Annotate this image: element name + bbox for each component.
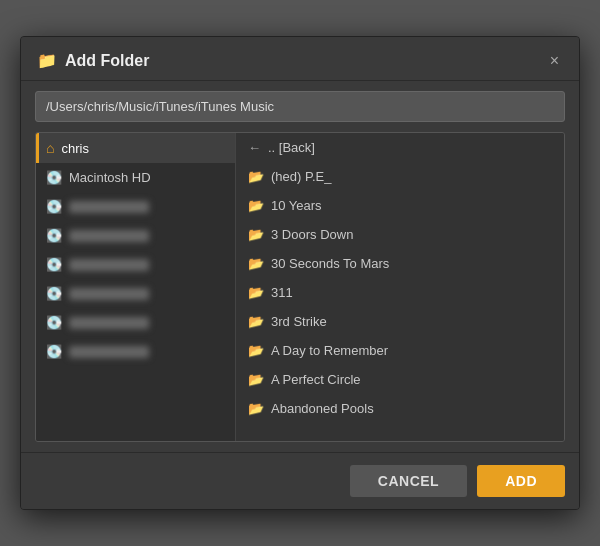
right-item-label-10-years: 10 Years	[271, 198, 322, 213]
folder-icon: 📂	[248, 314, 264, 329]
add-button[interactable]: ADD	[477, 465, 565, 497]
folder-icon: 📂	[248, 401, 264, 416]
left-item-drive2[interactable]: 💽	[36, 192, 235, 221]
right-item-311[interactable]: 📂311	[236, 278, 564, 307]
drive-icon: 💽	[46, 170, 62, 185]
dialog-footer: CANCEL ADD	[21, 452, 579, 509]
folder-icon: 📂	[248, 343, 264, 358]
left-item-drive6[interactable]: 💽	[36, 308, 235, 337]
drive-icon: 💽	[46, 315, 62, 330]
right-item-label-311: 311	[271, 285, 293, 300]
left-item-chris[interactable]: ⌂chris	[36, 133, 235, 163]
left-item-label-macintosh-hd: Macintosh HD	[69, 170, 151, 185]
blurred-label	[69, 259, 149, 271]
left-item-drive7[interactable]: 💽	[36, 337, 235, 366]
drive-icon: 💽	[46, 257, 62, 272]
left-item-drive5[interactable]: 💽	[36, 279, 235, 308]
right-item-3rd-strike[interactable]: 📂3rd Strike	[236, 307, 564, 336]
folder-icon: 📂	[248, 169, 264, 184]
right-item-label-30-seconds-to-mars: 30 Seconds To Mars	[271, 256, 389, 271]
left-item-label-chris: chris	[61, 141, 88, 156]
home-icon: ⌂	[46, 140, 54, 156]
right-item-label-a-day-to-remember: A Day to Remember	[271, 343, 388, 358]
folder-icon: 📂	[248, 198, 264, 213]
right-item-10-years[interactable]: 📂10 Years	[236, 191, 564, 220]
blurred-label	[69, 317, 149, 329]
right-item-back[interactable]: ←.. [Back]	[236, 133, 564, 162]
folder-icon: 📂	[248, 256, 264, 271]
right-item-hed-pe[interactable]: 📂(hed) P.E_	[236, 162, 564, 191]
right-item-label-abandoned-pools: Abandoned Pools	[271, 401, 374, 416]
drive-icon: 💽	[46, 199, 62, 214]
right-item-3-doors-down[interactable]: 📂3 Doors Down	[236, 220, 564, 249]
right-item-label-hed-pe: (hed) P.E_	[271, 169, 331, 184]
right-item-abandoned-pools[interactable]: 📂Abandoned Pools	[236, 394, 564, 423]
blurred-label	[69, 346, 149, 358]
right-item-label-a-perfect-circle: A Perfect Circle	[271, 372, 361, 387]
left-item-drive3[interactable]: 💽	[36, 221, 235, 250]
folder-icon: 📂	[248, 227, 264, 242]
left-item-macintosh-hd[interactable]: 💽Macintosh HD	[36, 163, 235, 192]
cancel-button[interactable]: CANCEL	[350, 465, 467, 497]
blurred-label	[69, 230, 149, 242]
right-item-label-3-doors-down: 3 Doors Down	[271, 227, 353, 242]
right-pane: ←.. [Back]📂(hed) P.E_📂10 Years📂3 Doors D…	[236, 133, 564, 441]
drive-icon: 💽	[46, 344, 62, 359]
right-item-label-3rd-strike: 3rd Strike	[271, 314, 327, 329]
drive-icon: 💽	[46, 228, 62, 243]
path-bar: /Users/chris/Music/iTunes/iTunes Music	[35, 91, 565, 122]
drive-icon: 💽	[46, 286, 62, 301]
right-item-a-perfect-circle[interactable]: 📂A Perfect Circle	[236, 365, 564, 394]
dialog-header: 📁 Add Folder ×	[21, 37, 579, 81]
right-item-30-seconds-to-mars[interactable]: 📂30 Seconds To Mars	[236, 249, 564, 278]
folder-header-icon: 📁	[37, 51, 57, 70]
right-item-a-day-to-remember[interactable]: 📂A Day to Remember	[236, 336, 564, 365]
back-arrow-icon: ←	[248, 140, 261, 155]
left-pane: ⌂chris💽Macintosh HD💽💽💽💽💽💽	[36, 133, 236, 441]
title-area: 📁 Add Folder	[37, 51, 149, 70]
left-item-drive4[interactable]: 💽	[36, 250, 235, 279]
folder-icon: 📂	[248, 372, 264, 387]
file-browser: ⌂chris💽Macintosh HD💽💽💽💽💽💽 ←.. [Back]📂(he…	[35, 132, 565, 442]
folder-icon: 📂	[248, 285, 264, 300]
add-folder-dialog: 📁 Add Folder × /Users/chris/Music/iTunes…	[20, 36, 580, 510]
blurred-label	[69, 288, 149, 300]
blurred-label	[69, 201, 149, 213]
dialog-title: Add Folder	[65, 52, 149, 70]
close-button[interactable]: ×	[546, 52, 563, 70]
right-item-label-back: .. [Back]	[268, 140, 315, 155]
